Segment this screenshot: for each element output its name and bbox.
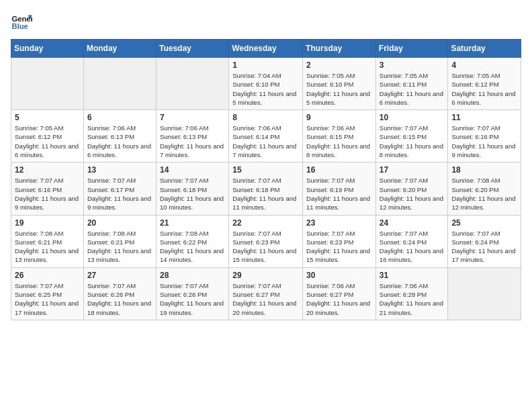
calendar-cell: 4Sunrise: 7:05 AM Sunset: 6:12 PM Daylig…	[448, 58, 521, 110]
day-info: Sunrise: 7:05 AM Sunset: 6:12 PM Dayligh…	[15, 124, 80, 159]
page-header: General Blue	[11, 11, 521, 32]
calendar-cell: 10Sunrise: 7:07 AM Sunset: 6:15 PM Dayli…	[375, 110, 448, 163]
day-number: 24	[380, 218, 445, 228]
calendar-cell: 3Sunrise: 7:05 AM Sunset: 6:11 PM Daylig…	[375, 58, 448, 110]
calendar-cell	[448, 267, 521, 320]
day-info: Sunrise: 7:05 AM Sunset: 6:10 PM Dayligh…	[306, 71, 372, 107]
calendar-cell: 28Sunrise: 7:07 AM Sunset: 6:26 PM Dayli…	[156, 267, 228, 320]
calendar-cell: 30Sunrise: 7:06 AM Sunset: 6:27 PM Dayli…	[303, 267, 376, 320]
day-number: 10	[380, 113, 445, 122]
day-info: Sunrise: 7:08 AM Sunset: 6:22 PM Dayligh…	[160, 229, 225, 265]
calendar-cell: 11Sunrise: 7:07 AM Sunset: 6:16 PM Dayli…	[448, 110, 521, 163]
day-number: 16	[306, 165, 372, 175]
day-info: Sunrise: 7:06 AM Sunset: 6:27 PM Dayligh…	[306, 281, 372, 317]
calendar-cell: 23Sunrise: 7:07 AM Sunset: 6:23 PM Dayli…	[303, 215, 376, 267]
weekday-header: Saturday	[448, 40, 521, 58]
day-number: 22	[232, 218, 299, 228]
calendar-cell	[83, 58, 156, 110]
weekday-header: Sunday	[11, 40, 84, 58]
calendar-cell: 20Sunrise: 7:08 AM Sunset: 6:21 PM Dayli…	[83, 215, 156, 267]
calendar-cell	[156, 58, 228, 110]
day-number: 29	[232, 271, 299, 280]
day-number: 3	[380, 60, 445, 70]
calendar-cell: 8Sunrise: 7:06 AM Sunset: 6:14 PM Daylig…	[229, 110, 303, 163]
day-number: 21	[160, 218, 225, 228]
calendar-cell: 6Sunrise: 7:06 AM Sunset: 6:13 PM Daylig…	[83, 110, 156, 163]
calendar-cell: 24Sunrise: 7:07 AM Sunset: 6:24 PM Dayli…	[375, 215, 448, 267]
day-info: Sunrise: 7:05 AM Sunset: 6:12 PM Dayligh…	[451, 71, 517, 107]
day-info: Sunrise: 7:07 AM Sunset: 6:16 PM Dayligh…	[451, 124, 517, 159]
weekday-header: Wednesday	[229, 40, 303, 58]
day-info: Sunrise: 7:06 AM Sunset: 6:15 PM Dayligh…	[306, 124, 372, 159]
day-number: 25	[451, 218, 517, 228]
day-info: Sunrise: 7:07 AM Sunset: 6:26 PM Dayligh…	[87, 281, 152, 317]
calendar-cell: 2Sunrise: 7:05 AM Sunset: 6:10 PM Daylig…	[303, 58, 376, 110]
day-info: Sunrise: 7:07 AM Sunset: 6:26 PM Dayligh…	[160, 281, 225, 317]
day-number: 30	[306, 271, 372, 280]
day-info: Sunrise: 7:08 AM Sunset: 6:21 PM Dayligh…	[87, 229, 152, 265]
day-number: 18	[451, 165, 517, 175]
day-number: 15	[232, 165, 299, 175]
day-number: 17	[380, 165, 445, 175]
weekday-header: Friday	[375, 40, 448, 58]
calendar-cell: 9Sunrise: 7:06 AM Sunset: 6:15 PM Daylig…	[303, 110, 376, 163]
calendar-cell: 17Sunrise: 7:07 AM Sunset: 6:20 PM Dayli…	[375, 163, 448, 215]
day-number: 28	[160, 271, 225, 280]
calendar-cell: 31Sunrise: 7:06 AM Sunset: 6:28 PM Dayli…	[375, 267, 448, 320]
day-info: Sunrise: 7:07 AM Sunset: 6:15 PM Dayligh…	[380, 124, 445, 159]
day-number: 14	[160, 165, 225, 175]
calendar-cell: 16Sunrise: 7:07 AM Sunset: 6:19 PM Dayli…	[303, 163, 376, 215]
day-number: 31	[380, 271, 445, 280]
day-info: Sunrise: 7:07 AM Sunset: 6:20 PM Dayligh…	[380, 176, 445, 212]
logo-icon: General Blue	[11, 11, 32, 32]
day-info: Sunrise: 7:07 AM Sunset: 6:25 PM Dayligh…	[15, 281, 80, 317]
calendar-cell: 15Sunrise: 7:07 AM Sunset: 6:18 PM Dayli…	[229, 163, 303, 215]
calendar-cell: 13Sunrise: 7:07 AM Sunset: 6:17 PM Dayli…	[83, 163, 156, 215]
calendar-cell: 19Sunrise: 7:08 AM Sunset: 6:21 PM Dayli…	[11, 215, 84, 267]
day-number: 8	[232, 113, 299, 122]
day-number: 27	[87, 271, 152, 280]
day-info: Sunrise: 7:07 AM Sunset: 6:18 PM Dayligh…	[160, 176, 225, 212]
day-info: Sunrise: 7:05 AM Sunset: 6:11 PM Dayligh…	[380, 71, 445, 107]
day-number: 1	[232, 60, 299, 70]
calendar-cell: 22Sunrise: 7:07 AM Sunset: 6:23 PM Dayli…	[229, 215, 303, 267]
calendar-cell: 14Sunrise: 7:07 AM Sunset: 6:18 PM Dayli…	[156, 163, 228, 215]
calendar-week-row: 19Sunrise: 7:08 AM Sunset: 6:21 PM Dayli…	[11, 215, 521, 267]
calendar-week-row: 26Sunrise: 7:07 AM Sunset: 6:25 PM Dayli…	[11, 267, 521, 320]
calendar-cell: 21Sunrise: 7:08 AM Sunset: 6:22 PM Dayli…	[156, 215, 228, 267]
weekday-header-row: SundayMondayTuesdayWednesdayThursdayFrid…	[11, 40, 521, 58]
day-info: Sunrise: 7:08 AM Sunset: 6:20 PM Dayligh…	[451, 176, 517, 212]
day-number: 23	[306, 218, 372, 228]
day-number: 2	[306, 60, 372, 70]
day-info: Sunrise: 7:07 AM Sunset: 6:16 PM Dayligh…	[15, 176, 80, 212]
day-number: 7	[160, 113, 225, 122]
day-info: Sunrise: 7:04 AM Sunset: 6:10 PM Dayligh…	[232, 71, 299, 107]
calendar-cell: 29Sunrise: 7:07 AM Sunset: 6:27 PM Dayli…	[229, 267, 303, 320]
day-info: Sunrise: 7:07 AM Sunset: 6:27 PM Dayligh…	[232, 281, 299, 317]
day-info: Sunrise: 7:06 AM Sunset: 6:28 PM Dayligh…	[380, 281, 445, 317]
calendar-week-row: 1Sunrise: 7:04 AM Sunset: 6:10 PM Daylig…	[11, 58, 521, 110]
day-info: Sunrise: 7:07 AM Sunset: 6:17 PM Dayligh…	[87, 176, 152, 212]
day-info: Sunrise: 7:07 AM Sunset: 6:24 PM Dayligh…	[451, 229, 517, 265]
day-info: Sunrise: 7:08 AM Sunset: 6:21 PM Dayligh…	[15, 229, 80, 265]
calendar-cell: 18Sunrise: 7:08 AM Sunset: 6:20 PM Dayli…	[448, 163, 521, 215]
weekday-header: Thursday	[303, 40, 376, 58]
calendar-cell: 1Sunrise: 7:04 AM Sunset: 6:10 PM Daylig…	[229, 58, 303, 110]
day-number: 20	[87, 218, 152, 228]
day-number: 11	[451, 113, 517, 122]
day-info: Sunrise: 7:06 AM Sunset: 6:13 PM Dayligh…	[87, 124, 152, 159]
day-info: Sunrise: 7:07 AM Sunset: 6:23 PM Dayligh…	[306, 229, 372, 265]
day-number: 13	[87, 165, 152, 175]
svg-text:Blue: Blue	[12, 22, 28, 30]
weekday-header: Monday	[83, 40, 156, 58]
day-number: 6	[87, 113, 152, 122]
calendar-table: SundayMondayTuesdayWednesdayThursdayFrid…	[11, 39, 521, 320]
day-number: 4	[451, 60, 517, 70]
day-info: Sunrise: 7:07 AM Sunset: 6:18 PM Dayligh…	[232, 176, 299, 212]
calendar-week-row: 5Sunrise: 7:05 AM Sunset: 6:12 PM Daylig…	[11, 110, 521, 163]
day-number: 9	[306, 113, 372, 122]
weekday-header: Tuesday	[156, 40, 228, 58]
day-number: 19	[15, 218, 80, 228]
day-number: 26	[15, 271, 80, 280]
day-info: Sunrise: 7:06 AM Sunset: 6:13 PM Dayligh…	[160, 124, 225, 159]
